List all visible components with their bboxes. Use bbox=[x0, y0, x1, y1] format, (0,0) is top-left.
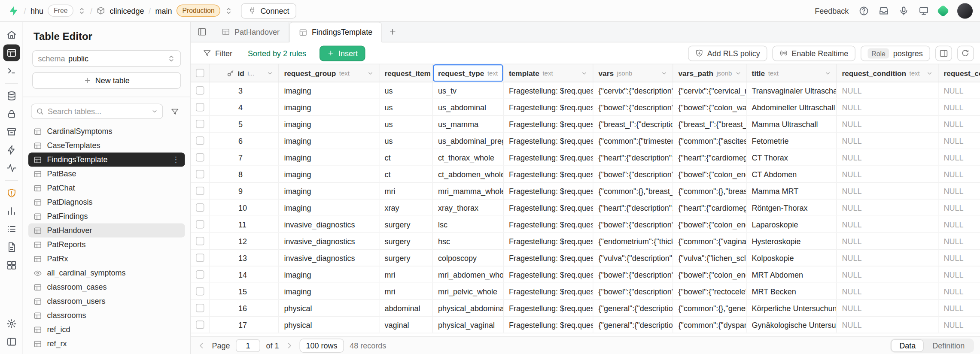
cell-request_type[interactable]: us_abdominal_preg bbox=[433, 133, 504, 149]
cell-vars[interactable]: {"endometrium":{"thickn bbox=[593, 233, 673, 249]
refresh-button[interactable] bbox=[957, 45, 974, 61]
mic-icon[interactable] bbox=[898, 6, 909, 16]
cell-request_condition[interactable]: NULL bbox=[837, 82, 939, 99]
cell-request_condition_order[interactable]: NULL bbox=[939, 183, 980, 199]
cell-title[interactable]: Transvaginaler Ultraschall bbox=[747, 82, 837, 99]
cell-id[interactable]: 14 bbox=[210, 266, 279, 283]
cell-template[interactable]: Fragestellung: $req.questi bbox=[504, 149, 593, 166]
row-checkbox[interactable] bbox=[196, 287, 204, 296]
cell-request_condition_order[interactable]: NULL bbox=[939, 99, 980, 115]
cell-template[interactable]: Fragestellung: $req.questi bbox=[504, 317, 593, 333]
cell-request_group[interactable]: physical bbox=[279, 300, 380, 316]
cell-vars_path[interactable]: {"heart":{"cardiomegaly": bbox=[673, 200, 747, 216]
cell-id[interactable]: 15 bbox=[210, 283, 279, 300]
row-checkbox[interactable] bbox=[196, 170, 204, 179]
cell-template[interactable]: Fragestellung: $req.questi bbox=[504, 166, 593, 182]
cell-vars[interactable]: {"bowel":{"description":{ bbox=[593, 216, 673, 233]
cell-request_item[interactable]: abdominal bbox=[380, 300, 433, 316]
cell-title[interactable]: Kolposkopie bbox=[747, 250, 837, 266]
row-checkbox[interactable] bbox=[196, 103, 204, 112]
cell-template[interactable]: Fragestellung: $req.questi bbox=[504, 300, 593, 316]
column-menu-icon[interactable] bbox=[267, 70, 273, 76]
cell-template[interactable]: Fragestellung: $req.questi bbox=[504, 233, 593, 249]
cell-request_item[interactable]: mri bbox=[380, 266, 433, 283]
tab-FindingsTemplate[interactable]: FindingsTemplate bbox=[289, 22, 382, 42]
cell-id[interactable]: 11 bbox=[210, 216, 279, 233]
next-page-icon[interactable] bbox=[285, 341, 294, 350]
cell-id[interactable]: 7 bbox=[210, 149, 279, 166]
cell-title[interactable]: Röntgen-Thorax bbox=[747, 200, 837, 216]
cell-vars_path[interactable]: {"heart":{"cardiomegaly":" bbox=[673, 149, 747, 166]
cell-vars[interactable]: {"bowel":{"description":{ bbox=[593, 99, 673, 115]
column-header-template[interactable]: templatetext bbox=[504, 64, 593, 82]
cell-id[interactable]: 17 bbox=[210, 317, 279, 333]
cell-request_group[interactable]: imaging bbox=[279, 183, 380, 199]
nav-edge-functions-icon[interactable] bbox=[3, 142, 20, 158]
chevron-down-icon[interactable] bbox=[152, 108, 158, 115]
column-menu-icon[interactable] bbox=[825, 70, 831, 76]
cell-title[interactable]: Mamma MRT bbox=[747, 183, 837, 199]
cell-request_condition[interactable]: NULL bbox=[837, 116, 939, 132]
definition-view-tab[interactable]: Definition bbox=[925, 339, 972, 351]
cell-template[interactable]: Fragestellung: $req.questi bbox=[504, 283, 593, 300]
cell-vars[interactable]: {"breast_l":{"description bbox=[593, 116, 673, 132]
sidebar-table-classroom_users[interactable]: classroom_users bbox=[28, 294, 185, 309]
row-checkbox[interactable] bbox=[196, 203, 204, 212]
column-header-title[interactable]: titletext bbox=[747, 64, 837, 82]
cell-id[interactable]: 8 bbox=[210, 166, 279, 182]
cell-title[interactable]: Abdomineller Ultraschall bbox=[747, 99, 837, 115]
cell-template[interactable]: Fragestellung: $req.questi bbox=[504, 183, 593, 199]
column-menu-icon[interactable] bbox=[661, 70, 667, 76]
cell-request_condition_order[interactable]: NULL bbox=[939, 200, 980, 216]
cell-request_group[interactable]: imaging bbox=[279, 266, 380, 283]
cell-id[interactable]: 16 bbox=[210, 300, 279, 316]
nav-table-editor-icon[interactable] bbox=[3, 45, 20, 61]
sidebar-table-PatRx[interactable]: PatRx bbox=[28, 252, 185, 266]
cell-template[interactable]: Fragestellung: $req.questi bbox=[504, 99, 593, 115]
cell-request_item[interactable]: us bbox=[380, 133, 433, 149]
org-switcher-icon[interactable] bbox=[78, 7, 85, 15]
cell-template[interactable]: Fragestellung: $req.questi bbox=[504, 116, 593, 132]
cell-request_item[interactable]: mri bbox=[380, 183, 433, 199]
cell-request_condition_order[interactable]: NULL bbox=[939, 317, 980, 333]
column-header-request_condition_order[interactable]: request_condition_orderint2 bbox=[939, 64, 980, 82]
nav-sql-editor-icon[interactable] bbox=[3, 63, 20, 79]
cell-id[interactable]: 12 bbox=[210, 233, 279, 249]
cell-id[interactable]: 6 bbox=[210, 133, 279, 149]
search-tables-input[interactable] bbox=[48, 107, 148, 116]
sidebar-table-PatReports[interactable]: PatReports bbox=[28, 238, 185, 252]
cell-request_item[interactable]: surgery bbox=[380, 233, 433, 249]
select-all-checkbox[interactable] bbox=[196, 69, 204, 78]
enable-realtime-button[interactable]: Enable Realtime bbox=[772, 45, 855, 61]
cell-request_group[interactable]: invasive_diagnostics bbox=[279, 233, 380, 249]
nav-logs-icon[interactable] bbox=[3, 221, 20, 238]
org-breadcrumb[interactable]: hhu bbox=[30, 6, 43, 15]
cell-request_item[interactable]: xray bbox=[380, 200, 433, 216]
cell-title[interactable]: CT Abdomen bbox=[747, 166, 837, 182]
row-checkbox[interactable] bbox=[196, 136, 204, 145]
monitor-icon[interactable] bbox=[918, 6, 928, 16]
cell-id[interactable]: 13 bbox=[210, 250, 279, 266]
cell-request_condition[interactable]: NULL bbox=[837, 99, 939, 115]
cell-request_condition[interactable]: NULL bbox=[837, 183, 939, 199]
sidebar-table-ref_rx[interactable]: ref_rx bbox=[28, 337, 185, 351]
sidebar-table-FindingsTemplate[interactable]: FindingsTemplate⋮ bbox=[28, 153, 185, 167]
cell-request_type[interactable]: us_abdominal bbox=[433, 99, 504, 115]
nav-realtime-icon[interactable] bbox=[3, 160, 20, 176]
insert-button[interactable]: Insert bbox=[320, 45, 366, 61]
cell-template[interactable]: Fragestellung: $req.questi bbox=[504, 266, 593, 283]
cell-request_condition_order[interactable]: NULL bbox=[939, 233, 980, 249]
new-table-button[interactable]: New table bbox=[32, 72, 181, 89]
feedback-button[interactable]: Feedback bbox=[815, 6, 849, 15]
tab-PatHandover[interactable]: PatHandover bbox=[213, 22, 289, 42]
cell-vars[interactable]: {"cervix":{"description":{ bbox=[593, 82, 673, 99]
cell-request_type[interactable]: ct_thorax_whole bbox=[433, 149, 504, 166]
row-checkbox[interactable] bbox=[196, 270, 204, 279]
cell-vars[interactable]: {"common":{},"breast_l": bbox=[593, 183, 673, 199]
column-header-id[interactable]: idi... bbox=[210, 64, 279, 82]
cell-request_item[interactable]: us bbox=[380, 82, 433, 99]
cell-vars_path[interactable]: {"common":{"ascites":"Na bbox=[673, 133, 747, 149]
page-input[interactable] bbox=[236, 339, 260, 352]
cell-vars_path[interactable]: {"common":{"dyspareunia bbox=[673, 317, 747, 333]
cell-request_type[interactable]: hsc bbox=[433, 233, 504, 249]
